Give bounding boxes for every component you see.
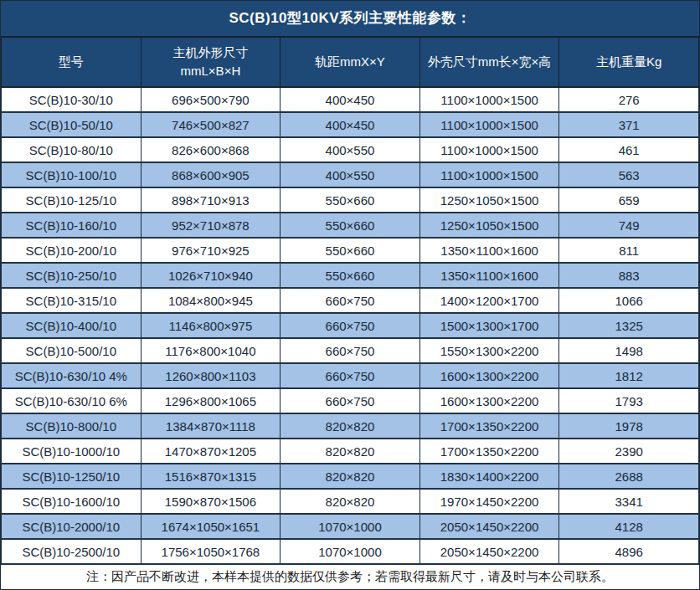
- table-cell: SC(B)10-125/10: [2, 187, 142, 213]
- table-cell: 660×750: [281, 338, 420, 363]
- table-cell: 2050×1450×2200: [419, 514, 559, 539]
- table-row: SC(B)10-1250/101516×870×1315820×8201830×…: [2, 464, 699, 489]
- table-cell: 1600×1300×2200: [419, 388, 559, 413]
- header-row: 型号 主机外形尺寸 mmL×B×H 轨距mmX×Y 外壳尺寸mm长×宽×高 主机…: [2, 38, 699, 87]
- table-cell: 1260×800×1103: [141, 363, 281, 388]
- table-row: SC(B)10-2000/101674×1050×16511070×100020…: [2, 514, 699, 539]
- table-row: SC(B)10-125/10898×710×913550×6601250×105…: [2, 187, 699, 213]
- table-cell: 1470×870×1205: [141, 439, 281, 464]
- table-cell: SC(B)10-2500/10: [2, 539, 142, 564]
- table-cell: 1590×870×1506: [141, 489, 281, 514]
- table-cell: 1793: [559, 388, 699, 413]
- col-header-model: 型号: [2, 38, 142, 87]
- col-header-weight-label: 主机重量Kg: [596, 54, 661, 69]
- table-cell: SC(B)10-30/10: [2, 87, 142, 112]
- table-cell: SC(B)10-500/10: [2, 338, 142, 363]
- table-cell: 898×710×913: [141, 187, 281, 213]
- table-cell: 371: [559, 112, 699, 137]
- col-header-rail-gauge-label: 轨距mmX×Y: [315, 54, 385, 69]
- table-cell: 4128: [559, 514, 699, 539]
- table-cell: 563: [559, 162, 699, 187]
- table-row: SC(B)10-50/10746×500×827400×4501100×1000…: [2, 112, 699, 137]
- table-cell: 746×500×827: [141, 112, 281, 137]
- table-cell: SC(B)10-250/10: [2, 263, 142, 288]
- table-cell: 883: [559, 263, 699, 288]
- table-cell: 820×820: [281, 439, 420, 464]
- table-cell: 820×820: [281, 464, 420, 489]
- table-cell: 1066: [559, 288, 699, 313]
- table-cell: SC(B)10-160/10: [2, 213, 142, 238]
- table-cell: 1350×1100×1600: [419, 263, 559, 288]
- table-cell: SC(B)10-1600/10: [2, 489, 142, 514]
- table-row: SC(B)10-250/101026×710×940550×6601350×11…: [2, 263, 699, 288]
- table-cell: 660×750: [281, 288, 420, 313]
- table-cell: 1830×1400×2200: [419, 464, 559, 489]
- table-cell: 1516×870×1315: [141, 464, 281, 489]
- spec-table: 型号 主机外形尺寸 mmL×B×H 轨距mmX×Y 外壳尺寸mm长×宽×高 主机…: [1, 38, 699, 565]
- table-cell: 1070×1000: [281, 539, 420, 564]
- table-row: SC(B)10-200/10976×710×925550×6601350×110…: [2, 238, 699, 263]
- table-cell: 1498: [559, 338, 699, 363]
- table-cell: SC(B)10-315/10: [2, 288, 142, 313]
- table-cell: SC(B)10-50/10: [2, 112, 142, 137]
- spec-sheet: SC(B)10型10KV系列主要性能参数： 型号 主机外形尺寸 mmL×B×H …: [0, 0, 700, 590]
- table-cell: 1400×1200×1700: [419, 288, 559, 313]
- col-header-rail-gauge: 轨距mmX×Y: [281, 38, 420, 87]
- table-cell: 2390: [559, 439, 699, 464]
- table-row: SC(B)10-500/101176×800×1040660×7501550×1…: [2, 338, 699, 363]
- table-cell: 1970×1450×2200: [419, 489, 559, 514]
- table-cell: 749: [559, 213, 699, 238]
- table-cell: 1700×1350×2200: [419, 413, 559, 439]
- table-cell: 1100×1000×1500: [419, 162, 559, 187]
- table-cell: 1250×1050×1500: [419, 213, 559, 238]
- table-cell: 4896: [559, 539, 699, 564]
- table-cell: 276: [559, 87, 699, 112]
- table-cell: 550×660: [281, 238, 420, 263]
- page-title: SC(B)10型10KV系列主要性能参数：: [1, 1, 699, 38]
- table-row: SC(B)10-800/101384×870×1118820×8201700×1…: [2, 413, 699, 439]
- footer-note: 注：因产品不断改进，本样本提供的数据仅供参考；若需取得最新尺寸，请及时与本公司联…: [1, 565, 699, 589]
- table-row: SC(B)10-630/10 6%1296×800×1065660×750160…: [2, 388, 699, 413]
- table-cell: SC(B)10-200/10: [2, 238, 142, 263]
- table-cell: 1550×1300×2200: [419, 338, 559, 363]
- table-cell: SC(B)10-100/10: [2, 162, 142, 187]
- table-cell: 550×660: [281, 213, 420, 238]
- table-cell: 1812: [559, 363, 699, 388]
- col-header-weight: 主机重量Kg: [559, 38, 699, 87]
- table-cell: SC(B)10-630/10 4%: [2, 363, 142, 388]
- table-cell: 952×710×878: [141, 213, 281, 238]
- table-cell: 1978: [559, 413, 699, 439]
- table-row: SC(B)10-400/101146×800×975660×7501500×13…: [2, 313, 699, 338]
- table-cell: 1084×800×945: [141, 288, 281, 313]
- table-cell: 1250×1050×1500: [419, 187, 559, 213]
- col-header-host-dimensions: 主机外形尺寸 mmL×B×H: [141, 38, 281, 87]
- table-cell: 3341: [559, 489, 699, 514]
- table-cell: 1026×710×940: [141, 263, 281, 288]
- table-row: SC(B)10-80/10826×600×868400×5501100×1000…: [2, 137, 699, 162]
- table-row: SC(B)10-30/10696×500×790400×4501100×1000…: [2, 87, 699, 112]
- table-cell: 400×550: [281, 162, 420, 187]
- table-cell: SC(B)10-80/10: [2, 137, 142, 162]
- table-cell: 1350×1100×1600: [419, 238, 559, 263]
- table-cell: 2688: [559, 464, 699, 489]
- table-cell: 820×820: [281, 489, 420, 514]
- col-header-shell-dimensions-label: 外壳尺寸mm长×宽×高: [428, 54, 552, 69]
- table-cell: 976×710×925: [141, 238, 281, 263]
- table-cell: 400×450: [281, 112, 420, 137]
- table-row: SC(B)10-1600/101590×870×1506820×8201970×…: [2, 489, 699, 514]
- col-header-shell-dimensions: 外壳尺寸mm长×宽×高: [419, 38, 559, 87]
- table-cell: 868×600×905: [141, 162, 281, 187]
- table-cell: 461: [559, 137, 699, 162]
- table-cell: 1100×1000×1500: [419, 137, 559, 162]
- table-row: SC(B)10-1000/101470×870×1205820×8201700×…: [2, 439, 699, 464]
- table-cell: 660×750: [281, 313, 420, 338]
- table-cell: 400×550: [281, 137, 420, 162]
- table-cell: SC(B)10-2000/10: [2, 514, 142, 539]
- table-body: SC(B)10-30/10696×500×790400×4501100×1000…: [2, 87, 699, 564]
- table-cell: 1100×1000×1500: [419, 112, 559, 137]
- table-cell: 2050×1450×2200: [419, 539, 559, 564]
- table-cell: SC(B)10-1000/10: [2, 439, 142, 464]
- table-cell: 1325: [559, 313, 699, 338]
- table-cell: SC(B)10-400/10: [2, 313, 142, 338]
- table-cell: 550×660: [281, 263, 420, 288]
